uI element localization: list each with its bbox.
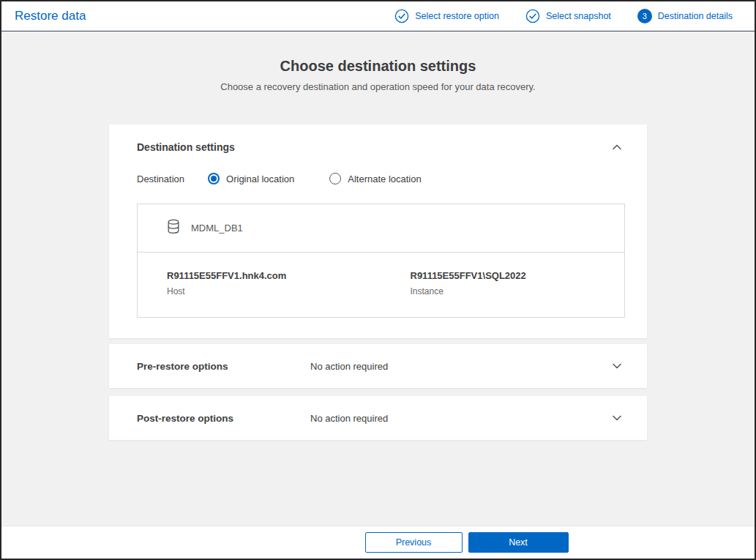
wizard-body: Choose destination settings Choose a rec… xyxy=(1,31,755,526)
radio-icon xyxy=(329,173,341,184)
step-select-snapshot[interactable]: Select snapshot xyxy=(525,9,611,23)
database-name-row: MDML_DB1 xyxy=(138,204,624,253)
post-restore-options-accordion[interactable]: Post-restore options No action required xyxy=(109,396,647,440)
previous-button[interactable]: Previous xyxy=(365,532,463,553)
pre-restore-options-accordion[interactable]: Pre-restore options No action required xyxy=(109,344,647,388)
step-select-restore-option[interactable]: Select restore option xyxy=(394,9,499,23)
accordion-title: Post-restore options xyxy=(137,413,310,424)
database-icon xyxy=(167,219,180,237)
host-value: R91115E55FFV1.hnk4.com xyxy=(167,270,381,281)
radio-original-location[interactable]: Original location xyxy=(208,173,294,184)
database-detail-row: R91115E55FFV1.hnk4.com Host R91115E55FFV… xyxy=(138,253,624,317)
accordion-status: No action required xyxy=(310,413,610,424)
chevron-up-icon[interactable] xyxy=(610,141,624,154)
host-info: R91115E55FFV1.hnk4.com Host xyxy=(138,270,381,296)
instance-info: R91115E55FFV1\SQL2022 Instance xyxy=(381,270,625,296)
step-label: Select snapshot xyxy=(546,11,611,21)
step-label: Select restore option xyxy=(415,11,499,21)
main-subtitle: Choose a recovery destination and operat… xyxy=(1,81,755,92)
card-title: Destination settings xyxy=(137,141,235,153)
step-label: Destination details xyxy=(658,11,733,21)
accordion-title: Pre-restore options xyxy=(137,361,310,372)
accordion-status: No action required xyxy=(310,361,610,372)
radio-label: Original location xyxy=(226,173,294,184)
chevron-down-icon[interactable] xyxy=(610,359,624,373)
check-circle-icon xyxy=(394,9,409,23)
database-details-box: MDML_DB1 R91115E55FFV1.hnk4.com Host R91… xyxy=(137,204,625,318)
instance-value: R91115E55FFV1\SQL2022 xyxy=(411,270,625,281)
radio-label: Alternate location xyxy=(348,173,421,184)
radio-icon xyxy=(208,173,220,184)
wizard-footer: Previous Next xyxy=(1,526,755,559)
destination-settings-card: Destination settings Destination Origina… xyxy=(109,124,647,338)
host-label: Host xyxy=(167,286,381,296)
main-heading: Choose destination settings xyxy=(1,58,755,75)
restore-data-wizard: Restore data Select restore option xyxy=(0,0,756,560)
destination-settings-header[interactable]: Destination settings xyxy=(109,124,647,154)
database-name: MDML_DB1 xyxy=(191,223,243,234)
destination-label: Destination xyxy=(137,173,184,184)
check-circle-icon xyxy=(525,9,540,23)
instance-label: Instance xyxy=(411,286,625,296)
radio-alternate-location[interactable]: Alternate location xyxy=(329,173,421,184)
step-destination-details[interactable]: 3 Destination details xyxy=(637,9,733,23)
footer-actions: Previous Next xyxy=(198,532,736,553)
wizard-header: Restore data Select restore option xyxy=(1,1,755,31)
page-title: Restore data xyxy=(1,9,86,23)
chevron-down-icon[interactable] xyxy=(610,411,624,425)
destination-radio-row: Destination Original location Alternate … xyxy=(137,173,619,184)
next-button[interactable]: Next xyxy=(468,532,569,553)
step-number-badge: 3 xyxy=(637,9,652,23)
wizard-stepper: Select restore option Select snapshot 3 … xyxy=(394,9,755,23)
